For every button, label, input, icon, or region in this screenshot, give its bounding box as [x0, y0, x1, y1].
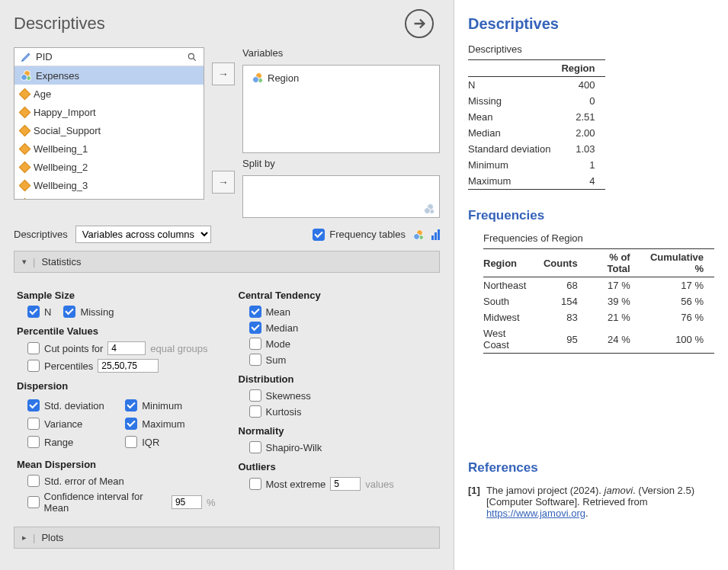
skewness-checkbox[interactable]: Skewness: [249, 389, 311, 402]
table-row: Maximum4: [468, 173, 605, 190]
table-row: West Coast9524 %100 %: [483, 325, 714, 354]
list-item[interactable]: Wellbeing_2: [14, 158, 204, 176]
descriptives-label: Descriptives: [14, 229, 68, 240]
median-checkbox[interactable]: Median: [249, 322, 299, 334]
table-row: Midwest8321 %76 %: [483, 309, 714, 325]
splitby-target[interactable]: [242, 175, 440, 218]
percentiles-input[interactable]: [98, 359, 159, 373]
continuous-icon: [19, 197, 31, 200]
arrow-right-icon: [411, 15, 428, 32]
search-icon[interactable]: [187, 52, 197, 62]
mode-checkbox[interactable]: Mode: [249, 338, 291, 350]
list-item[interactable]: Wellbeing_1: [14, 139, 204, 158]
se-checkbox[interactable]: Std. error of Mean: [27, 475, 124, 487]
most-extreme-suffix: values: [365, 479, 394, 490]
missing-checkbox[interactable]: Missing: [63, 306, 114, 318]
splitby-label: Split by: [242, 158, 440, 169]
variable-label: Wellbeing_3: [34, 180, 88, 191]
freq-table-label: Frequencies of Region: [483, 232, 714, 244]
variables-target[interactable]: Region: [242, 65, 440, 153]
run-button[interactable]: [405, 9, 434, 38]
table-row: South15439 %56 %: [483, 293, 714, 309]
frequency-tables-checkbox[interactable]: Frequency tables: [313, 229, 406, 241]
desc-table-label: Descriptives: [468, 43, 714, 55]
table-row: Northeast6817 %17 %: [483, 277, 714, 294]
pid-variable[interactable]: PID: [36, 51, 187, 62]
variable-label: Wellbeing_2: [34, 162, 88, 173]
plots-section[interactable]: ▸ | Plots: [14, 527, 440, 549]
min-checkbox[interactable]: Minimum: [125, 399, 215, 411]
ci-input[interactable]: [172, 495, 202, 509]
move-to-splitby-button[interactable]: →: [212, 171, 235, 194]
list-item[interactable]: Age: [14, 85, 204, 103]
cutpoints-suffix: equal groups: [150, 343, 207, 354]
shapiro-checkbox[interactable]: Shapiro-Wilk: [249, 441, 322, 453]
layout-select[interactable]: Variables across columns: [75, 226, 211, 243]
std-checkbox[interactable]: Std. deviation: [27, 399, 117, 411]
table-row: N400: [468, 77, 605, 94]
kurtosis-checkbox[interactable]: Kurtosis: [249, 405, 302, 418]
nominal-icon: [424, 203, 435, 214]
pencil-icon: [21, 52, 31, 62]
list-item[interactable]: Wellbeing_3: [14, 176, 204, 194]
continuous-icon: [19, 88, 31, 100]
descriptives-table: Region N400Missing0Mean2.51Median2.00Sta…: [468, 59, 605, 190]
normality-head: Normality: [239, 425, 438, 437]
range-checkbox[interactable]: Range: [27, 436, 117, 448]
most-extreme-checkbox[interactable]: Most extreme: [249, 478, 326, 490]
variable-label: Region: [268, 72, 299, 84]
max-checkbox[interactable]: Maximum: [125, 418, 215, 430]
svg-point-0: [188, 53, 194, 59]
continuous-icon: [19, 106, 31, 118]
dispersion-head: Dispersion: [17, 380, 216, 392]
central-head: Central Tendency: [239, 290, 438, 301]
cutpoints-checkbox[interactable]: Cut points for: [27, 342, 103, 354]
list-item[interactable]: Social_Support: [14, 121, 204, 139]
variable-label: Age: [34, 88, 51, 100]
percentile-head: Percentile Values: [17, 325, 216, 337]
frequencies-title: Frequencies: [468, 208, 714, 223]
mean-checkbox[interactable]: Mean: [249, 306, 291, 318]
variable-label: Wellbeing_1: [34, 143, 88, 155]
n-checkbox[interactable]: N: [27, 306, 51, 318]
bars-icon: [431, 229, 440, 240]
list-item[interactable]: Region: [246, 69, 436, 87]
ci-checkbox[interactable]: Confidence interval for Mean: [27, 491, 167, 514]
source-variables-list[interactable]: PID ExpensesAgeHappy_ImportSocial_Suppor…: [14, 47, 204, 200]
references-title: References: [468, 460, 714, 476]
outliers-head: Outliers: [239, 461, 438, 472]
nominal-icon: [252, 72, 263, 83]
cutpoints-input[interactable]: [107, 341, 146, 355]
table-row: Mean2.51: [468, 109, 605, 125]
variable-label: Expenses: [36, 70, 79, 82]
continuous-icon: [19, 179, 31, 191]
move-to-variables-button[interactable]: →: [212, 62, 235, 85]
distribution-head: Distribution: [239, 373, 438, 385]
mean-dispersion-head: Mean Dispersion: [17, 459, 216, 470]
variable-label: Happy_Import: [34, 107, 96, 118]
table-row: Standard deviation1.03: [468, 141, 605, 157]
variance-checkbox[interactable]: Variance: [27, 418, 117, 430]
most-extreme-input[interactable]: [330, 477, 361, 491]
table-row: Minimum1: [468, 157, 605, 173]
table-row: Missing0: [468, 93, 605, 109]
reference-link[interactable]: https://www.jamovi.org: [486, 508, 585, 519]
table-row: Median2.00: [468, 125, 605, 141]
percentiles-checkbox[interactable]: Percentiles: [27, 360, 93, 372]
results-title: Descriptives: [468, 15, 714, 33]
frequencies-table: Region Counts % of Total Cumulative % No…: [483, 248, 714, 354]
continuous-icon: [19, 161, 31, 173]
list-item[interactable]: Expenses: [14, 66, 204, 85]
sum-checkbox[interactable]: Sum: [249, 354, 287, 366]
variable-label: Wellbeing_3_R: [34, 198, 101, 200]
statistics-section[interactable]: ▾ | Statistics: [14, 251, 440, 273]
list-item[interactable]: Happy_Import: [14, 103, 204, 121]
list-item[interactable]: Wellbeing_3_R: [14, 194, 204, 200]
iqr-checkbox[interactable]: IQR: [125, 436, 215, 448]
variables-label: Variables: [242, 47, 440, 59]
panel-title: Descriptives: [14, 14, 440, 34]
nominal-icon: [21, 70, 31, 81]
chevron-right-icon: ▸: [22, 533, 27, 543]
variable-label: Social_Support: [34, 125, 101, 136]
chevron-down-icon: ▾: [22, 257, 27, 267]
